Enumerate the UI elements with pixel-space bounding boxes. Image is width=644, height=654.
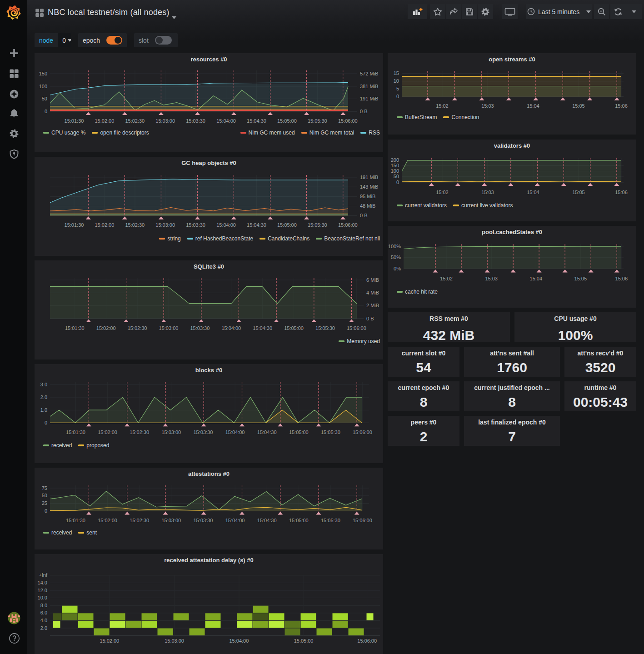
svg-text:0: 0 xyxy=(45,420,47,425)
svg-text:15:05:30: 15:05:30 xyxy=(321,518,340,523)
svg-text:15:05: 15:05 xyxy=(574,276,587,281)
svg-text:15:02: 15:02 xyxy=(436,103,449,109)
svg-text:15:05:00: 15:05:00 xyxy=(284,325,304,331)
svg-text:15:06:00: 15:06:00 xyxy=(338,118,358,124)
svg-text:15:05: 15:05 xyxy=(572,190,585,195)
svg-text:15:04:00: 15:04:00 xyxy=(225,429,245,435)
svg-text:+Inf: +Inf xyxy=(39,572,48,578)
svg-text:15:03:00: 15:03:00 xyxy=(155,222,175,228)
svg-text:143 MiB: 143 MiB xyxy=(360,184,378,190)
svg-text:50%: 50% xyxy=(391,255,401,260)
svg-text:15:02: 15:02 xyxy=(436,190,449,195)
svg-text:15:04:30: 15:04:30 xyxy=(247,222,266,228)
svg-text:95 MiB: 95 MiB xyxy=(360,194,375,199)
svg-text:15:03:30: 15:03:30 xyxy=(190,325,210,331)
svg-text:15: 15 xyxy=(394,70,399,76)
svg-text:2.0: 2.0 xyxy=(40,394,47,400)
svg-text:15:04: 15:04 xyxy=(527,103,539,109)
svg-text:6.0: 6.0 xyxy=(40,610,47,615)
svg-text:15:04: 15:04 xyxy=(527,190,539,195)
svg-text:15:02:30: 15:02:30 xyxy=(130,518,149,523)
svg-text:5: 5 xyxy=(396,86,399,91)
svg-text:15:02:00: 15:02:00 xyxy=(95,118,114,124)
svg-text:0: 0 xyxy=(45,508,47,514)
svg-text:150: 150 xyxy=(391,163,399,168)
svg-text:15:05:00: 15:05:00 xyxy=(289,518,309,523)
svg-text:15:06: 15:06 xyxy=(615,190,628,195)
svg-text:15:06: 15:06 xyxy=(615,276,628,281)
svg-text:100: 100 xyxy=(391,168,399,174)
svg-text:15:01:30: 15:01:30 xyxy=(65,222,84,228)
svg-text:15:02:30: 15:02:30 xyxy=(125,118,145,124)
svg-text:15:03:00: 15:03:00 xyxy=(161,429,181,435)
svg-text:50: 50 xyxy=(394,174,399,179)
svg-text:50: 50 xyxy=(42,96,47,101)
svg-text:2.0: 2.0 xyxy=(40,625,47,631)
svg-text:15:05:00: 15:05:00 xyxy=(294,638,314,644)
svg-text:15:06:00: 15:06:00 xyxy=(353,429,372,435)
svg-text:15:05:00: 15:05:00 xyxy=(289,429,309,435)
svg-text:15:02: 15:02 xyxy=(440,276,453,281)
svg-text:15:03:30: 15:03:30 xyxy=(193,518,213,523)
svg-text:15:04:00: 15:04:00 xyxy=(225,518,245,523)
svg-text:15:01:30: 15:01:30 xyxy=(66,429,85,435)
svg-text:15:02:00: 15:02:00 xyxy=(98,429,117,435)
svg-text:15:02:30: 15:02:30 xyxy=(125,222,145,228)
svg-text:3.0: 3.0 xyxy=(40,382,47,387)
svg-text:15:05:30: 15:05:30 xyxy=(321,429,340,435)
svg-text:150: 150 xyxy=(39,71,47,76)
svg-text:15:01:30: 15:01:30 xyxy=(66,518,85,523)
svg-text:15:05:30: 15:05:30 xyxy=(315,325,335,331)
svg-text:15:04: 15:04 xyxy=(530,276,543,281)
svg-text:15:03: 15:03 xyxy=(481,190,494,195)
svg-text:75: 75 xyxy=(42,485,47,491)
svg-text:15:03:00: 15:03:00 xyxy=(165,638,184,644)
svg-text:0: 0 xyxy=(396,180,399,185)
svg-text:4.0: 4.0 xyxy=(40,618,47,623)
svg-text:15:03:30: 15:03:30 xyxy=(186,222,205,228)
svg-text:0 B: 0 B xyxy=(360,109,368,114)
svg-text:572 MiB: 572 MiB xyxy=(360,71,378,76)
svg-text:0: 0 xyxy=(45,109,47,114)
svg-text:200: 200 xyxy=(391,157,399,163)
svg-text:191 MiB: 191 MiB xyxy=(360,175,378,180)
svg-text:0%: 0% xyxy=(394,266,401,271)
svg-text:15:03:00: 15:03:00 xyxy=(161,518,181,523)
svg-text:100: 100 xyxy=(39,84,47,89)
svg-text:100%: 100% xyxy=(388,244,401,249)
svg-text:6 MiB: 6 MiB xyxy=(366,277,379,283)
svg-text:15:05: 15:05 xyxy=(572,103,585,109)
svg-text:15:04:00: 15:04:00 xyxy=(216,222,236,228)
svg-text:15:06:00: 15:06:00 xyxy=(347,325,366,331)
svg-text:15:04:30: 15:04:30 xyxy=(257,429,277,435)
svg-text:15:04:30: 15:04:30 xyxy=(253,325,272,331)
svg-text:15:03: 15:03 xyxy=(481,103,494,109)
svg-text:15:05:30: 15:05:30 xyxy=(308,118,327,124)
svg-text:15:03:00: 15:03:00 xyxy=(159,325,179,331)
svg-text:15:04:30: 15:04:30 xyxy=(257,518,277,523)
svg-text:15:04:00: 15:04:00 xyxy=(229,638,249,644)
svg-text:15:03:00: 15:03:00 xyxy=(155,118,175,124)
svg-text:10.0: 10.0 xyxy=(38,595,47,600)
svg-text:15:01:30: 15:01:30 xyxy=(65,118,84,124)
svg-text:14.0: 14.0 xyxy=(38,580,47,585)
svg-text:0 B: 0 B xyxy=(360,213,368,218)
svg-text:15:04:00: 15:04:00 xyxy=(221,325,241,331)
svg-text:15:03:30: 15:03:30 xyxy=(186,118,205,124)
svg-text:15:03: 15:03 xyxy=(485,276,498,281)
svg-text:8.0: 8.0 xyxy=(40,603,47,608)
svg-text:12.0: 12.0 xyxy=(38,588,47,593)
svg-text:2 MiB: 2 MiB xyxy=(366,303,379,308)
svg-text:15:06:00: 15:06:00 xyxy=(338,222,358,228)
svg-text:15:01:30: 15:01:30 xyxy=(65,325,85,331)
svg-text:15:02:30: 15:02:30 xyxy=(128,325,147,331)
svg-text:10: 10 xyxy=(394,78,399,84)
svg-text:15:05:00: 15:05:00 xyxy=(277,118,297,124)
svg-text:15:02:00: 15:02:00 xyxy=(98,518,117,523)
svg-text:15:04:00: 15:04:00 xyxy=(216,118,236,124)
svg-text:4 MiB: 4 MiB xyxy=(366,290,379,295)
svg-text:15:05:30: 15:05:30 xyxy=(308,222,327,228)
svg-text:15:05:00: 15:05:00 xyxy=(277,222,297,228)
svg-text:15:02:00: 15:02:00 xyxy=(96,325,116,331)
svg-text:15:06:00: 15:06:00 xyxy=(353,518,372,523)
